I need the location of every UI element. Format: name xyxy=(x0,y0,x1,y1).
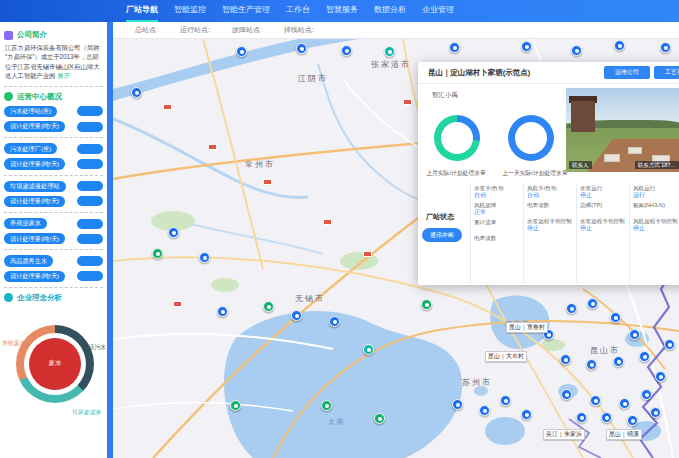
station-marker[interactable] xyxy=(627,415,638,426)
status-cell: 水泵手/自动 自动 xyxy=(474,185,520,198)
divider xyxy=(4,249,103,250)
ops-overview-header: 运营中心概况 xyxy=(4,92,103,102)
nav-tab-smart-monitor[interactable]: 智能监控 xyxy=(174,0,206,22)
sidebar-content: 公司简介 江苏力鼎环保装备有限公司（简称“力鼎环保”）成立于2013年，总部位于… xyxy=(0,22,107,458)
filter-fault-stations[interactable]: 故障站点: xyxy=(232,25,262,35)
filter-offline-stations[interactable]: 掉线站点: xyxy=(284,25,314,35)
divider xyxy=(4,86,103,87)
status-cell-label: 总磷(TP) xyxy=(580,202,626,209)
station-marker[interactable] xyxy=(655,371,666,382)
status-cell-value xyxy=(580,209,626,215)
station-marker[interactable] xyxy=(619,398,630,409)
station-marker[interactable] xyxy=(152,248,163,259)
station-marker[interactable] xyxy=(199,252,210,263)
city-label-wuxi: 无锡市 xyxy=(295,293,325,304)
station-marker[interactable] xyxy=(641,389,652,400)
stat-row: 垃圾渗滤液处理站 xyxy=(4,181,103,192)
status-cell-value xyxy=(474,225,520,231)
nav-tab-workbench[interactable]: 工作台 xyxy=(286,0,310,22)
sidebar-scrollbar[interactable] xyxy=(107,22,113,458)
station-marker[interactable] xyxy=(571,45,582,56)
station-marker[interactable] xyxy=(217,306,228,317)
station-marker[interactable] xyxy=(521,409,532,420)
filter-running-stations[interactable]: 运行站点: xyxy=(180,25,210,35)
road-shield-icon xyxy=(323,219,332,225)
station-marker[interactable] xyxy=(296,43,307,54)
ops-company-button[interactable]: 运维公司 xyxy=(604,66,650,79)
station-marker[interactable] xyxy=(629,329,640,340)
station-marker[interactable] xyxy=(452,399,463,410)
station-marker[interactable] xyxy=(421,299,432,310)
status-cell-value: 自动 xyxy=(474,192,520,199)
station-marker[interactable] xyxy=(561,389,572,400)
enterprise-analysis-icon xyxy=(4,293,13,302)
station-tag[interactable]: 昆山｜大市村 xyxy=(485,351,527,362)
nav-tab-station-nav[interactable]: 厂站导航 xyxy=(126,0,158,22)
process-view-button[interactable]: 工艺视图 xyxy=(654,66,679,79)
station-marker[interactable] xyxy=(374,413,385,424)
station-marker[interactable] xyxy=(560,354,571,365)
status-cell-label: 水泵手/自动 xyxy=(474,185,520,192)
station-marker[interactable] xyxy=(614,40,625,51)
nav-tab-enterprise-mgmt[interactable]: 企业管理 xyxy=(422,0,454,22)
status-cell-label: 风机手/自动 xyxy=(527,185,573,192)
pie-label-livestock: 养殖废水 xyxy=(2,339,25,348)
nav-tab-data-analysis[interactable]: 数据分析 xyxy=(374,0,406,22)
station-marker[interactable] xyxy=(500,395,511,406)
comm-interrupted-badge[interactable]: 通讯中断 xyxy=(422,228,462,242)
status-column: 风机运行 运行 氨氮(NH3-N) 风机远程手动控制 停止 xyxy=(629,183,679,283)
station-marker[interactable] xyxy=(610,312,621,323)
status-cell: 风机运行 运行 xyxy=(633,185,679,198)
stat-row: 设计处理量(吨/天) xyxy=(4,233,103,244)
status-cell-value: 运行 xyxy=(633,192,679,199)
status-cell: 水泵远程手动控制 停止 xyxy=(527,218,573,231)
nav-tab-smart-service[interactable]: 智慧服务 xyxy=(326,0,358,22)
station-marker[interactable] xyxy=(263,301,274,312)
status-column: 水泵运行 停止 总磷(TP) 水泵远程手动控制 停止 xyxy=(576,183,629,283)
stat-label-design-capacity: 设计处理量(吨/天) xyxy=(4,271,65,282)
station-marker[interactable] xyxy=(590,395,601,406)
station-marker[interactable] xyxy=(613,356,624,367)
station-marker[interactable] xyxy=(384,46,395,57)
station-marker[interactable] xyxy=(341,45,352,56)
enterprise-analysis-header: 企业理念分析 xyxy=(4,293,103,303)
station-marker[interactable] xyxy=(650,407,661,418)
station-marker[interactable] xyxy=(566,303,577,314)
station-marker[interactable] xyxy=(521,41,532,52)
station-marker[interactable] xyxy=(479,405,490,416)
divider xyxy=(4,175,103,176)
station-marker[interactable] xyxy=(639,351,650,362)
station-marker[interactable] xyxy=(291,310,302,321)
station-marker[interactable] xyxy=(236,46,247,57)
station-marker[interactable] xyxy=(660,42,671,53)
status-column: 风机手/自动 自动 电表读数 水泵远程手动控制 停止 xyxy=(523,183,576,283)
station-marker[interactable] xyxy=(131,87,142,98)
nav-tab-smart-production[interactable]: 智能生产管理 xyxy=(222,0,270,22)
station-marker[interactable] xyxy=(601,412,612,423)
road-shield-icon xyxy=(363,251,372,257)
station-marker[interactable] xyxy=(587,298,598,309)
city-label-zhangjiagang: 张家港市 xyxy=(371,59,411,70)
filter-total-stations[interactable]: 总站点: xyxy=(135,25,158,35)
station-marker[interactable] xyxy=(664,339,675,350)
pie-label-leachate: 垃圾渗滤液 xyxy=(72,408,101,417)
station-marker[interactable] xyxy=(586,359,597,370)
status-cell-label: 水泵远程手动控制 xyxy=(527,218,573,225)
station-marker[interactable] xyxy=(168,227,179,238)
station-tag[interactable]: 昆山｜宣卷村 xyxy=(506,322,548,333)
station-marker[interactable] xyxy=(321,400,332,411)
station-marker[interactable] xyxy=(363,344,374,355)
status-cell-label: 水泵运行 xyxy=(580,185,626,192)
status-cell: 水泵运行 停止 xyxy=(580,185,626,198)
stat-label-design-capacity: 设计处理量(吨/天) xyxy=(4,196,65,207)
station-tag[interactable]: 昆山｜锦溪 xyxy=(606,429,642,440)
status-cell-label: 风机故障 xyxy=(474,202,520,209)
station-tag[interactable]: 吴江｜朱家浜 xyxy=(543,429,585,440)
expand-link[interactable]: 展开 xyxy=(57,72,70,79)
station-marker[interactable] xyxy=(329,316,340,327)
station-marker[interactable] xyxy=(576,412,587,423)
contact-phone-label: 联系方式 187… xyxy=(635,161,679,169)
station-marker[interactable] xyxy=(449,42,460,53)
stat-row: 设计处理量(吨/天) xyxy=(4,196,103,207)
station-marker[interactable] xyxy=(230,400,241,411)
